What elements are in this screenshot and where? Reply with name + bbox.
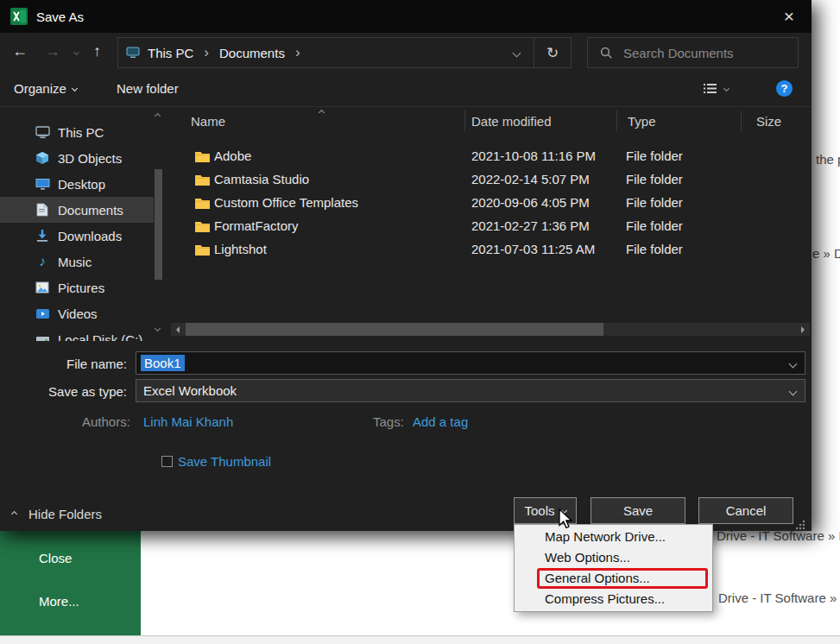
list-view-icon	[703, 83, 717, 94]
menu-item-map-network-drive[interactable]: Map Network Drive...	[515, 527, 712, 547]
desktop-icon	[35, 178, 50, 191]
chevron-down-icon[interactable]	[789, 388, 798, 396]
column-headers: Name Date modified Type Size	[164, 107, 812, 135]
save-as-dialog: Save As × ← → ↑ This PC › Documents › ↻	[0, 0, 812, 531]
file-row[interactable]: Custom Office Templates 2020-09-06 4:05 …	[164, 192, 812, 215]
change-view-button[interactable]	[703, 83, 729, 94]
column-divider[interactable]	[464, 110, 465, 131]
folder-icon	[194, 243, 211, 256]
sidebar-item-desktop[interactable]: Desktop	[0, 171, 154, 197]
scroll-down-icon[interactable]	[155, 325, 161, 331]
background-text-fragment: the p	[816, 152, 840, 167]
back-button[interactable]: ←	[12, 42, 28, 60]
sidebar-item-this-pc[interactable]: This PC	[0, 119, 154, 145]
file-date: 2021-07-03 11:25 AM	[471, 242, 595, 256]
resize-grip[interactable]	[796, 520, 806, 530]
authors-value-link[interactable]: Linh Mai Khanh	[143, 414, 233, 429]
help-button[interactable]: ?	[776, 80, 793, 97]
sidebar-item-label: Local Disk (C:)	[58, 332, 142, 342]
command-toolbar: Organize New folder ?	[0, 73, 812, 107]
save-as-type-select[interactable]: Excel Workbook	[136, 379, 805, 402]
up-button[interactable]: ↑	[93, 42, 101, 60]
picture-icon	[35, 281, 50, 294]
new-folder-button[interactable]: New folder	[117, 81, 179, 96]
file-row[interactable]: Lightshot 2021-07-03 11:25 AM File folde…	[164, 238, 812, 262]
organize-button[interactable]: Organize	[14, 81, 77, 96]
scroll-up-icon[interactable]	[155, 113, 161, 119]
column-header-name[interactable]: Name	[191, 114, 225, 129]
file-type: File folder	[626, 195, 683, 210]
cancel-button[interactable]: Cancel	[698, 497, 793, 524]
folder-icon	[194, 197, 211, 210]
hide-folders-button[interactable]: Hide Folders	[28, 507, 102, 521]
sidebar-item-label: 3D Objects	[58, 151, 122, 166]
backstage-more-item[interactable]: More...	[39, 594, 79, 609]
background-text-fragment: Drive - IT Software » D	[718, 590, 840, 605]
save-thumbnail-checkbox[interactable]	[161, 456, 173, 467]
column-divider[interactable]	[741, 110, 742, 131]
sidebar-item-music[interactable]: ♪ Music	[0, 249, 154, 275]
scroll-left-icon[interactable]	[171, 326, 183, 333]
save-button[interactable]: Save	[591, 497, 685, 524]
cube-icon	[35, 151, 50, 165]
file-row[interactable]: FormatFactory 2021-02-27 1:36 PM File fo…	[164, 215, 812, 238]
sidebar-item-3d-objects[interactable]: 3D Objects	[0, 145, 154, 171]
breadcrumb-folder[interactable]: Documents	[219, 46, 285, 60]
address-bar[interactable]: This PC › Documents › ↻	[117, 37, 572, 68]
folder-icon	[194, 150, 211, 163]
column-header-type[interactable]: Type	[628, 114, 656, 129]
horizontal-scrollbar[interactable]	[171, 323, 810, 336]
column-divider[interactable]	[616, 110, 617, 131]
sidebar-item-label: Documents	[58, 203, 123, 218]
sidebar-item-label: Downloads	[58, 229, 122, 243]
sidebar-scrollbar-thumb[interactable]	[155, 169, 162, 280]
chevron-down-icon[interactable]	[789, 360, 798, 369]
file-name-input[interactable]: Book1	[136, 351, 805, 375]
add-a-tag-link[interactable]: Add a tag	[413, 414, 468, 429]
tools-dropdown-menu: Map Network Drive... Web Options... Gene…	[514, 524, 713, 612]
browser-area: This PC 3D Objects Desktop Documents Dow…	[0, 107, 812, 341]
sidebar-item-pictures[interactable]: Pictures	[0, 275, 154, 300]
file-row[interactable]: Camtasia Studio 2022-02-14 5:07 PM File …	[164, 168, 812, 192]
this-pc-icon	[126, 47, 140, 59]
menu-item-compress-pictures[interactable]: Compress Pictures...	[515, 589, 712, 609]
download-icon	[35, 229, 50, 243]
navigation-pane: This PC 3D Objects Desktop Documents Dow…	[0, 107, 164, 341]
file-name-value: Book1	[141, 355, 185, 371]
music-note-icon: ♪	[35, 254, 50, 269]
address-dropdown-chevron-icon[interactable]	[513, 48, 521, 57]
save-thumbnail-label[interactable]: Save Thumbnail	[178, 454, 271, 469]
sidebar-item-documents[interactable]: Documents	[0, 197, 154, 223]
sidebar-item-local-disk-c[interactable]: Local Disk (C:)	[0, 326, 154, 341]
file-name: Lightshot	[214, 242, 267, 256]
recent-locations-chevron-icon[interactable]	[73, 49, 79, 55]
refresh-button[interactable]: ↻	[534, 44, 571, 62]
menu-item-general-options[interactable]: General Options...	[515, 568, 712, 589]
sidebar-item-downloads[interactable]: Downloads	[0, 223, 154, 249]
file-row[interactable]: Adobe 2021-10-08 11:16 PM File folder	[164, 145, 812, 168]
breadcrumb-separator-icon[interactable]: ›	[295, 44, 300, 61]
sidebar-item-videos[interactable]: Videos	[0, 300, 154, 326]
scroll-right-icon[interactable]	[798, 326, 810, 333]
close-button[interactable]: ×	[777, 8, 801, 25]
scrollbar-thumb[interactable]	[186, 323, 603, 336]
search-input[interactable]: Search Documents	[587, 37, 799, 68]
navigation-bar: ← → ↑ This PC › Documents › ↻	[0, 33, 812, 73]
column-header-date-modified[interactable]: Date modified	[471, 114, 552, 129]
video-icon	[35, 308, 50, 319]
menu-item-web-options[interactable]: Web Options...	[515, 547, 712, 568]
file-list: Name Date modified Type Size Adobe 2021-…	[164, 107, 812, 341]
column-header-size[interactable]: Size	[756, 114, 781, 129]
file-type: File folder	[626, 172, 683, 186]
dialog-titlebar: Save As ×	[0, 0, 812, 33]
hard-disk-icon	[35, 334, 50, 342]
mouse-cursor-icon	[558, 508, 577, 534]
forward-button: →	[45, 42, 60, 60]
organize-label: Organize	[14, 81, 66, 96]
breadcrumb-root[interactable]: This PC	[148, 46, 193, 60]
scrollbar-track[interactable]	[183, 323, 798, 336]
background-bottom-strip	[0, 635, 840, 644]
save-as-type-value: Excel Workbook	[143, 383, 237, 398]
backstage-close-item[interactable]: Close	[39, 551, 72, 565]
breadcrumb-separator-icon[interactable]: ›	[204, 44, 209, 61]
